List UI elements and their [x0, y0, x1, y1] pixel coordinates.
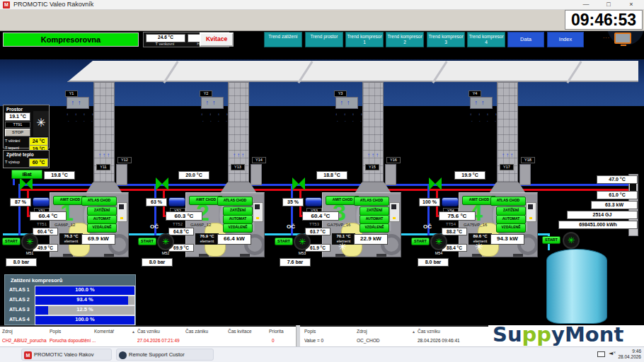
unit-display-icon — [253, 202, 263, 222]
event-table: Popis Zdroj ▲ Čas vzniku Value = 0 OC_CH… — [300, 325, 488, 346]
atlas3-load-bar: 12.5 % — [35, 305, 135, 315]
compressor-unit[interactable]: G AMIT CHOD 2 GA66P_12 76.9 °Celement AT… — [185, 192, 265, 257]
alarm-col-komentar[interactable]: Komentář — [94, 329, 114, 334]
power-value: 22.9 kW — [354, 234, 388, 245]
compressor-unit[interactable]: G AMIT CHOD 4 GA75VP_16 89.6 °Celement A… — [459, 192, 538, 257]
atlas2-label: ATLAS 2 — [9, 297, 30, 302]
compressor-unit[interactable]: G AMIT CHOD 3 GA75VP_16 70.1 °Celement A… — [322, 192, 401, 257]
fan-start-button[interactable]: START — [411, 238, 430, 245]
intake-damper-icon: ↑↑ — [201, 97, 224, 109]
tray-monitor-icon[interactable] — [597, 351, 605, 357]
oil-temp-value: 64.8 °C — [168, 228, 194, 235]
monitor-logo-icon — [614, 33, 631, 44]
clock-display: 09:46:53 — [565, 10, 643, 30]
airflow-arrows-icon: ↓ ↓ ↓ ↓ — [67, 112, 96, 116]
event-row-source[interactable]: OC_CHOD — [357, 338, 380, 343]
circulation-pump-label: OČ — [150, 223, 159, 230]
alarm-row-time[interactable]: 27.04.2026 07:21:49 — [137, 338, 180, 343]
event-row-desc[interactable]: Value = 0 — [304, 338, 323, 343]
damper-tag: Y4 — [468, 90, 481, 97]
fan-start-button[interactable]: START — [138, 238, 156, 245]
power-value: 94.3 kW — [490, 234, 524, 245]
atlas-run-indicator: ATLAS CHOD — [217, 197, 253, 206]
atlas1-load-bar: 100.0 % — [35, 286, 135, 296]
taskbar-app-remote-support[interactable]: Remote Support Custor — [116, 349, 214, 361]
speaker-muted-icon[interactable]: ◄× — [609, 350, 616, 356]
close-button[interactable]: × — [621, 0, 641, 9]
taskbar-app-promotic[interactable]: M PROMOTIC Valeo Rakov — [21, 349, 112, 361]
alarm-col-priorita[interactable]: Priorita — [269, 329, 284, 334]
alarm-col-zanik[interactable]: Čas zániku — [185, 329, 208, 334]
circulation-pump-label: OČ — [423, 223, 432, 230]
trend-kompresor3-button[interactable]: Trend kompresor 3 — [427, 32, 465, 47]
fan-start-button[interactable]: START — [2, 238, 21, 245]
pump-start-button[interactable]: START — [542, 236, 560, 244]
damper-tag: Y15 — [365, 164, 379, 170]
trend-kompresor1-button[interactable]: Trend kompresor 1 — [345, 32, 384, 47]
alarm-col-vznik[interactable]: Čas vzniku — [137, 329, 160, 334]
shutoff-valve-icon — [429, 177, 442, 190]
alarm-row-source[interactable]: CH2_ABIU2_porucha — [2, 338, 47, 343]
atlas3-label: ATLAS 3 — [9, 307, 30, 312]
duct-temp-value: 20.0 °C — [178, 171, 209, 180]
discharge-temp-value: 60.4 °C — [302, 211, 339, 221]
pressure-value: 8.0 bar — [6, 258, 37, 267]
alarm-col-kvitace[interactable]: Čas kvitace — [228, 329, 252, 334]
atlas2-load-value: 93.4 % — [35, 296, 134, 303]
discharge-temp-value: 60.4 °C — [30, 211, 67, 221]
atlas4-load-value: 100.0 % — [35, 316, 134, 323]
element-temp: 76.9 °Celement — [195, 233, 219, 245]
alarm-row-desc[interactable]: Porucha dopouštění ... — [50, 338, 96, 343]
airflow-arrows-icon: ↓ ↓ ↓ ↓ — [335, 112, 365, 116]
airflow-dots-icon: · · · · — [202, 119, 230, 123]
alarm-table: Zdroj Popis Komentář ▲ Čas vzniku Čas zá… — [0, 325, 296, 346]
damper-tag: Y17 — [500, 164, 514, 170]
fan-icon: ✳ — [294, 233, 311, 250]
trend-prostor-button[interactable]: Trend prostor — [305, 32, 343, 47]
ibat-button[interactable]: iBat — [11, 170, 42, 179]
airflow-arrows-icon: ↓ ↓ ↓ ↓ — [201, 112, 231, 116]
fan-stop-button[interactable]: STOP — [5, 129, 30, 136]
pressure-value: 8.0 bar — [418, 258, 449, 267]
oil-temp-value: 63.7 °C — [305, 228, 330, 235]
damper-tag: Y2 — [200, 90, 212, 97]
prostor-panel: Prostor 19.1 °C TT91 STOP ✳ T větrání 24… — [3, 105, 50, 148]
intake-damper-icon: ↑↑ — [67, 97, 89, 109]
valve-position-value: 100 % — [419, 198, 440, 206]
trend-zatizeni-button[interactable]: Trend zatížení — [264, 32, 302, 47]
event-row-time[interactable]: 28.04.2026 09:46:41 — [418, 338, 460, 343]
alarm-row-priority[interactable]: 0 — [272, 338, 275, 343]
data-button[interactable]: Data — [507, 32, 544, 47]
window-titlebar: M PROMOTIC Valeo Rakovník — □ × — [0, 0, 644, 10]
decoration-dots: ··· — [603, 35, 610, 40]
prostor-title: Prostor — [6, 107, 23, 112]
temp-sensor-tag: TT52 — [173, 222, 183, 226]
minimize-button[interactable]: — — [576, 0, 596, 9]
compressor-group-2: 63 % Y52 60.3 °C TT52 G AMIT CHOD 2 GA66… — [136, 175, 270, 260]
damper-tag: Y12 — [117, 157, 132, 163]
fan-tag: M52 — [156, 251, 176, 255]
storage-tank — [546, 249, 607, 324]
maximize-button[interactable]: □ — [599, 0, 619, 9]
discharge-temp-value: 75.6 °C — [439, 211, 476, 221]
kvitace-button[interactable]: Kvitace — [200, 33, 234, 47]
promotic-app-icon: M — [24, 351, 32, 359]
taskbar-clock[interactable]: 9:46 28.04.2026 — [617, 349, 641, 360]
event-col-vznik[interactable]: Čas vzniku — [418, 329, 440, 334]
intake-damper-icon: ↑↑ — [335, 97, 358, 109]
pressure-value: 7.6 bar — [280, 258, 311, 267]
energy-gj-value: 2514 GJ — [567, 211, 638, 219]
alarm-col-popis[interactable]: Popis — [50, 329, 61, 334]
temp-sensor-tag: TT53 — [309, 222, 319, 226]
index-button[interactable]: Index — [547, 32, 584, 47]
remote-indicator: VZDÁLENĚ — [223, 223, 253, 233]
compressor-unit[interactable]: G AMIT CHOD 1 GA66P_12 76.3 °Celement AT… — [50, 192, 129, 257]
event-col-popis[interactable]: Popis — [304, 329, 316, 334]
alarm-col-zdroj[interactable]: Zdroj — [2, 329, 13, 334]
trend-kompresor4-button[interactable]: Trend kompresor 4 — [467, 32, 505, 47]
load-panel-title: Zatížení kompresorů — [11, 277, 62, 284]
fan-start-button[interactable]: START — [275, 238, 293, 245]
event-col-zdroj[interactable]: Zdroj — [357, 329, 367, 334]
remote-indicator: VZDÁLENĚ — [360, 223, 389, 233]
trend-kompresor2-button[interactable]: Trend kompresor 2 — [386, 32, 424, 47]
